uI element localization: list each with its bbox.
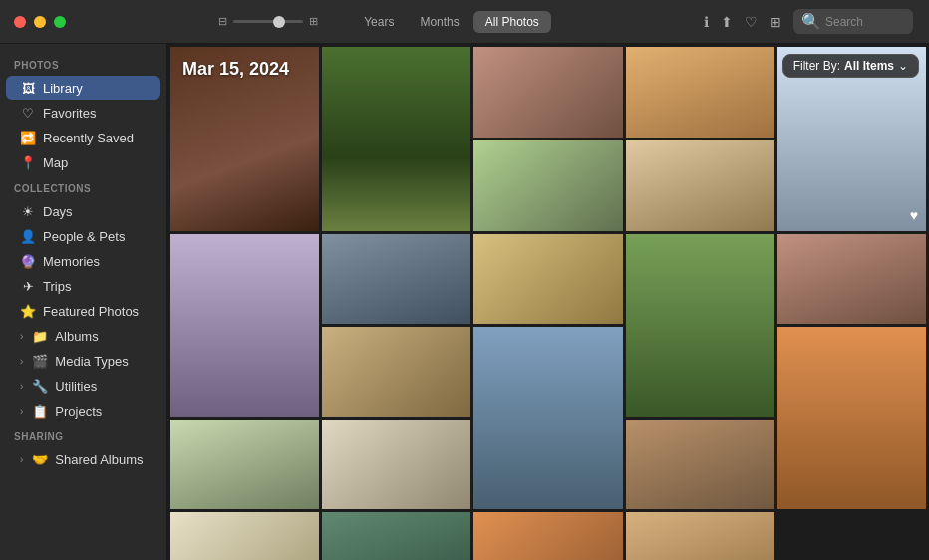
sidebar-item-shared-albums[interactable]: › 🤝 Shared Albums: [6, 447, 160, 471]
photos-section-label: Photos: [0, 52, 166, 75]
search-box[interactable]: 🔍: [793, 9, 913, 34]
sidebar-item-people-pets-label: People & Pets: [43, 229, 125, 244]
photo-cell-10[interactable]: [473, 234, 622, 324]
photo-cell-3[interactable]: [473, 47, 622, 138]
photo-cell-18[interactable]: [626, 420, 774, 509]
window-controls: [0, 16, 66, 28]
photo-cell-15[interactable]: [777, 327, 926, 509]
photo-cell-4[interactable]: [626, 47, 774, 138]
photo-grid: Mar 15, 2024 ♥: [167, 44, 929, 560]
photo-cell-14[interactable]: [473, 327, 622, 509]
sidebar-item-map[interactable]: 📍 Map: [6, 150, 160, 174]
photo-cell-19[interactable]: [170, 512, 319, 560]
main-layout: Photos 🖼 Library ♡ Favorites 🔁 Recently …: [0, 44, 929, 560]
toolbar-right: ℹ ⬆ ♡ ⊞ 🔍: [704, 9, 929, 34]
media-types-icon: 🎬: [32, 353, 48, 369]
utilities-icon: 🔧: [32, 378, 48, 394]
sidebar-item-albums[interactable]: › 📁 Albums: [6, 324, 160, 348]
sidebar-item-days[interactable]: ☀ Days: [6, 199, 160, 223]
sidebar-item-projects[interactable]: › 📋 Projects: [6, 399, 160, 422]
maximize-button[interactable]: [54, 16, 66, 28]
photo-cell-17[interactable]: [322, 420, 470, 509]
sidebar-item-projects-label: Projects: [55, 404, 102, 419]
featured-photos-icon: ⭐: [20, 303, 36, 319]
albums-icon: 📁: [32, 328, 48, 344]
share-icon[interactable]: ⬆: [721, 14, 733, 30]
search-input[interactable]: [825, 15, 905, 29]
tab-years[interactable]: Years: [352, 11, 406, 33]
sidebar-item-favorites[interactable]: ♡ Favorites: [6, 101, 160, 125]
photo-cell-8[interactable]: [170, 234, 319, 417]
photo-cell-12[interactable]: [777, 234, 926, 324]
zoom-out-icon[interactable]: ⊟: [218, 15, 227, 28]
photo-cell-16[interactable]: [170, 420, 319, 509]
utilities-chevron-icon: ›: [20, 381, 23, 392]
search-icon: 🔍: [801, 12, 821, 31]
recently-saved-icon: 🔁: [20, 130, 36, 145]
sidebar-item-favorites-label: Favorites: [43, 106, 96, 121]
photo-cell-13[interactable]: [322, 327, 470, 417]
grid-icon[interactable]: ⊞: [770, 14, 781, 30]
library-icon: 🖼: [20, 80, 36, 96]
days-icon: ☀: [20, 203, 36, 219]
sidebar-item-media-types[interactable]: › 🎬 Media Types: [6, 349, 160, 373]
sidebar-item-recently-saved-label: Recently Saved: [43, 131, 134, 145]
projects-icon: 📋: [32, 403, 48, 419]
tab-months[interactable]: Months: [408, 11, 470, 33]
photo-cell-1[interactable]: Mar 15, 2024: [170, 47, 319, 231]
view-tabs: Years Months All Photos: [352, 11, 551, 33]
sidebar-item-people-pets[interactable]: 👤 People & Pets: [6, 224, 160, 248]
photo-cell-2[interactable]: [322, 47, 470, 231]
filter-label: Filter By:: [793, 59, 840, 73]
titlebar: ⊟ ⊞ Years Months All Photos ℹ ⬆ ♡ ⊞ 🔍: [0, 0, 929, 44]
photo-cell-21[interactable]: [473, 512, 622, 560]
filter-button[interactable]: Filter By: All Items ⌄: [782, 54, 919, 78]
content-wrapper: Filter By: All Items ⌄ Mar 15, 2024: [167, 44, 929, 560]
map-icon: 📍: [20, 154, 36, 170]
collections-section-label: Collections: [0, 175, 166, 198]
memories-icon: 🔮: [20, 253, 36, 269]
toolbar-center: ⊟ ⊞ Years Months All Photos: [66, 11, 704, 33]
sidebar-item-trips[interactable]: ✈ Trips: [6, 274, 160, 298]
photo-cell-7[interactable]: [626, 140, 774, 231]
sidebar-item-featured-photos-label: Featured Photos: [43, 304, 139, 319]
photo-cell-11[interactable]: [626, 234, 774, 417]
zoom-in-icon[interactable]: ⊞: [309, 15, 318, 28]
photo-cell-6[interactable]: [473, 140, 622, 231]
sidebar-item-memories-label: Memories: [43, 254, 100, 269]
minimize-button[interactable]: [34, 16, 46, 28]
sidebar-item-featured-photos[interactable]: ⭐ Featured Photos: [6, 299, 160, 323]
photo-cell-22[interactable]: [626, 512, 774, 560]
sidebar-item-memories[interactable]: 🔮 Memories: [6, 249, 160, 273]
trips-icon: ✈: [20, 278, 36, 294]
sidebar-item-utilities[interactable]: › 🔧 Utilities: [6, 374, 160, 398]
photo-cell-9[interactable]: [322, 234, 470, 324]
favorites-icon: ♡: [20, 105, 36, 121]
people-pets-icon: 👤: [20, 228, 36, 244]
sidebar-item-utilities-label: Utilities: [55, 379, 97, 394]
sidebar-item-albums-label: Albums: [55, 329, 98, 344]
tab-all-photos[interactable]: All Photos: [473, 11, 551, 33]
heart-icon[interactable]: ♡: [745, 14, 758, 30]
info-icon[interactable]: ℹ: [704, 14, 709, 30]
sidebar-item-shared-albums-label: Shared Albums: [55, 452, 143, 467]
filter-value: All Items: [844, 59, 894, 73]
filter-chevron-icon: ⌄: [898, 59, 908, 73]
photo-cell-20[interactable]: [322, 512, 470, 560]
sidebar-item-recently-saved[interactable]: 🔁 Recently Saved: [6, 126, 160, 149]
shared-albums-chevron-icon: ›: [20, 454, 23, 465]
projects-chevron-icon: ›: [20, 406, 23, 417]
sidebar-item-media-types-label: Media Types: [55, 354, 128, 369]
zoom-slider-group: ⊟ ⊞: [218, 15, 318, 28]
shared-albums-icon: 🤝: [32, 451, 48, 467]
zoom-slider[interactable]: [233, 20, 303, 23]
sharing-section-label: Sharing: [0, 423, 166, 446]
content-area: Filter By: All Items ⌄ Mar 15, 2024: [167, 44, 929, 560]
albums-chevron-icon: ›: [20, 331, 23, 342]
heart-badge: ♥: [910, 207, 918, 223]
sidebar-item-library-label: Library: [43, 81, 83, 96]
close-button[interactable]: [14, 16, 26, 28]
sidebar-item-days-label: Days: [43, 204, 73, 219]
sidebar-item-library[interactable]: 🖼 Library: [6, 76, 160, 100]
sidebar: Photos 🖼 Library ♡ Favorites 🔁 Recently …: [0, 44, 167, 560]
